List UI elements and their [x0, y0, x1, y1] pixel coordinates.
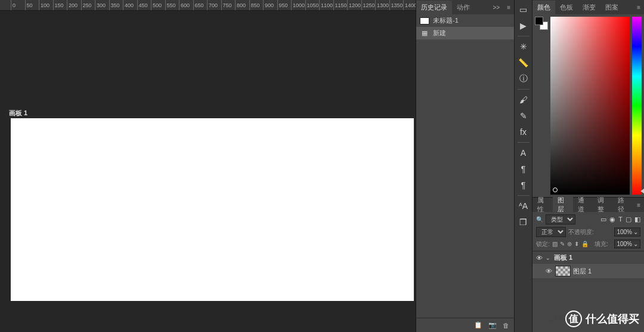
lock-option-icon[interactable]: ⬍: [574, 241, 579, 247]
new-doc-icon: ▦: [420, 29, 429, 38]
ruler-mark: 400: [123, 0, 134, 10]
ruler-mark: 250: [81, 0, 92, 10]
layer-filter-icon[interactable]: ▭: [600, 216, 606, 223]
artboard-canvas[interactable]: [11, 118, 414, 301]
watermark-text: 什么值得买: [586, 312, 639, 326]
paragraph-tool[interactable]: ¶: [516, 162, 531, 176]
opacity-value[interactable]: 100%⌄: [614, 228, 640, 236]
history-panel: 历史记录 动作 >> ≡ 未标题-1 ▦ 新建 📋 📷 🗑: [416, 0, 514, 332]
fill-label: 填充:: [595, 240, 608, 248]
layer-filter-icon[interactable]: T: [618, 216, 623, 223]
watermark: 值 什么值得买: [565, 311, 639, 327]
history-step-item[interactable]: ▦ 新建: [416, 27, 514, 39]
expand-toggle[interactable]: ⌄: [546, 255, 552, 261]
ruler-mark: 700: [207, 0, 218, 10]
fg-bg-swatch[interactable]: [535, 17, 548, 30]
fill-value[interactable]: 100%⌄: [614, 239, 640, 248]
layer-name[interactable]: 图层 1: [573, 267, 592, 276]
create-doc-icon[interactable]: 📋: [474, 321, 482, 329]
foreground-swatch[interactable]: [535, 17, 543, 25]
artboard-label[interactable]: 画板 1: [9, 109, 27, 118]
tab-history[interactable]: 历史记录: [416, 1, 452, 14]
ruler-mark: 1200: [347, 0, 361, 10]
layer-thumbnail[interactable]: [555, 266, 571, 276]
ruler-tool[interactable]: 📏: [516, 56, 531, 70]
ruler-mark: 1400: [403, 0, 416, 10]
visibility-toggle[interactable]: 👁: [544, 268, 553, 275]
tab-pattern[interactable]: 图案: [600, 1, 623, 14]
right-panels: 颜色 色板 渐变 图案 ≡: [532, 0, 644, 332]
fx-tool[interactable]: fx: [516, 125, 531, 139]
tool-strip: ▭▶✳📏ⓘ🖌✎fxA¶¶ᴬA❒: [514, 0, 532, 332]
ruler-mark: 200: [67, 0, 78, 10]
hue-cursor-icon: [640, 189, 644, 193]
hue-slider[interactable]: [632, 17, 642, 195]
panel-menu-icon[interactable]: ≡: [633, 202, 644, 208]
frame-tool[interactable]: ▭: [516, 2, 531, 17]
horizontal-ruler[interactable]: 0501001502002503003504004505005506006507…: [0, 0, 416, 11]
canvas-viewport[interactable]: 画板 1: [0, 11, 416, 332]
ruler-mark: 800: [235, 0, 246, 10]
tab-color[interactable]: 颜色: [532, 1, 555, 14]
ruler-mark: 950: [277, 0, 288, 10]
ruler-mark: 1100: [319, 0, 333, 10]
layer-kind-select[interactable]: 类型: [546, 214, 575, 225]
panel-menu-icon[interactable]: ≡: [633, 4, 644, 11]
glyph-tool[interactable]: ᴬA: [516, 199, 531, 213]
panel-menu-icon[interactable]: ≡: [503, 4, 514, 11]
ruler-mark: 600: [179, 0, 190, 10]
layer-filter-icon[interactable]: ◉: [609, 216, 615, 223]
ruler-mark: 350: [109, 0, 120, 10]
color-panel: 颜色 色板 渐变 图案 ≡: [532, 0, 644, 197]
trash-icon[interactable]: 🗑: [503, 322, 509, 329]
history-footer: 📋 📷 🗑: [416, 318, 514, 332]
ruler-mark: 150: [53, 0, 64, 10]
lock-option-icon[interactable]: ✎: [560, 241, 565, 247]
saturation-value-picker[interactable]: [550, 17, 630, 195]
para2-tool[interactable]: ¶: [516, 178, 531, 192]
text-tool[interactable]: A: [516, 146, 531, 160]
chevron-down-icon[interactable]: ⌄: [633, 241, 638, 247]
ruler-mark: 1150: [333, 0, 347, 10]
lock-option-icon[interactable]: ▨: [552, 241, 558, 247]
ruler-mark: 300: [95, 0, 106, 10]
ruler-mark: 750: [221, 0, 232, 10]
ruler-mark: 900: [263, 0, 274, 10]
ruler-mark: 100: [39, 0, 49, 10]
blend-mode-select[interactable]: 正常: [536, 227, 566, 237]
layer-filter-icon[interactable]: ▢: [626, 216, 631, 223]
tab-swatches[interactable]: 色板: [555, 1, 578, 14]
ruler-mark: 1300: [375, 0, 389, 10]
3d-tool[interactable]: ❒: [516, 215, 531, 229]
watermark-badge-icon: 值: [565, 311, 582, 327]
layer-filter-icon[interactable]: ◧: [634, 216, 640, 223]
history-item-label: 未标题-1: [433, 16, 459, 25]
play-tool[interactable]: ▶: [516, 19, 531, 33]
layer-row[interactable]: 👁 图层 1: [532, 264, 644, 278]
ruler-mark: 0: [11, 0, 16, 10]
history-item-label: 新建: [433, 29, 446, 38]
lock-option-icon[interactable]: 🔒: [581, 241, 589, 247]
tab-actions[interactable]: 动作: [452, 1, 475, 14]
eyedrop-tool[interactable]: ✎: [516, 109, 531, 123]
doc-thumb-icon: [420, 17, 429, 24]
chevron-down-icon[interactable]: ⌄: [633, 229, 638, 235]
ruler-mark: 850: [249, 0, 260, 10]
ruler-mark: 1000: [291, 0, 305, 10]
panel-collapse-icon[interactable]: >>: [489, 4, 503, 11]
layer-name[interactable]: 画板 1: [554, 253, 572, 262]
ruler-mark: 1250: [361, 0, 375, 10]
visibility-toggle[interactable]: 👁: [535, 254, 543, 262]
opacity-label: 不透明度:: [568, 228, 594, 236]
snapshot-icon[interactable]: 📷: [488, 321, 497, 329]
search-icon: 🔍: [536, 216, 543, 223]
ruler-mark: 1350: [389, 0, 403, 10]
info-tool[interactable]: ⓘ: [516, 72, 531, 86]
sparkle-tool[interactable]: ✳: [516, 39, 531, 54]
ruler-mark: 450: [137, 0, 148, 10]
tab-gradient[interactable]: 渐变: [578, 1, 600, 14]
brush-tool[interactable]: 🖌: [516, 93, 531, 107]
lock-option-icon[interactable]: ⊕: [567, 241, 572, 247]
layer-artboard-row[interactable]: 👁 ⌄ 画板 1: [532, 251, 644, 264]
history-doc-item[interactable]: 未标题-1: [416, 14, 514, 27]
